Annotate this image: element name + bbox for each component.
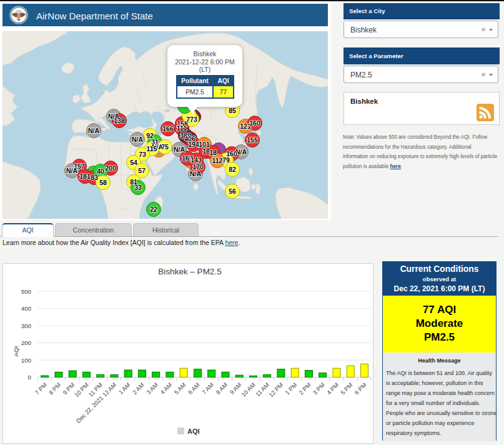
svg-text:138: 138: [114, 117, 125, 124]
svg-text:AQI: AQI: [187, 428, 200, 435]
svg-text:2 AM: 2 AM: [131, 381, 146, 396]
svg-text:170: 170: [192, 163, 204, 171]
svg-text:6 PM: 6 PM: [353, 381, 368, 396]
svg-text:194: 194: [188, 141, 199, 148]
svg-text:6 AM: 6 AM: [187, 381, 201, 396]
svg-text:33: 33: [134, 184, 142, 191]
svg-text:112: 112: [212, 157, 223, 164]
svg-text:40: 40: [97, 168, 104, 175]
svg-text:N/A: N/A: [66, 167, 78, 174]
svg-text:10 PM: 10 PM: [73, 381, 90, 398]
svg-text:2 PM: 2 PM: [297, 381, 312, 396]
svg-text:143: 143: [190, 156, 202, 164]
svg-text:8 PM: 8 PM: [47, 381, 62, 396]
svg-text:166: 166: [162, 125, 174, 132]
svg-text:54: 54: [130, 159, 137, 166]
svg-text:4 PM: 4 PM: [325, 381, 340, 396]
svg-text:73: 73: [139, 151, 146, 158]
svg-text:200: 200: [105, 164, 116, 172]
svg-text:115: 115: [147, 145, 157, 152]
svg-text:181: 181: [79, 172, 91, 180]
svg-text:5 PM: 5 PM: [339, 381, 354, 396]
svg-text:N/A: N/A: [190, 170, 202, 178]
svg-text:N/A: N/A: [132, 136, 144, 143]
svg-text:18: 18: [209, 149, 217, 156]
svg-text:5 AM: 5 AM: [173, 381, 187, 396]
svg-text:4 AM: 4 AM: [159, 381, 173, 396]
svg-text:200: 200: [21, 339, 32, 346]
svg-text:773: 773: [186, 116, 197, 123]
svg-text:58: 58: [99, 179, 107, 186]
svg-text:11 AM: 11 AM: [254, 381, 270, 398]
svg-text:7 AM: 7 AM: [200, 381, 215, 396]
svg-text:85: 85: [229, 107, 236, 114]
svg-text:82: 82: [229, 166, 236, 173]
svg-text:300: 300: [21, 322, 32, 329]
svg-text:3 AM: 3 AM: [145, 381, 159, 396]
svg-text:500: 500: [21, 288, 32, 295]
svg-text:155: 155: [247, 136, 258, 144]
svg-text:56: 56: [229, 188, 236, 195]
svg-text:N/A: N/A: [174, 146, 185, 153]
svg-text:3 PM: 3 PM: [312, 381, 327, 396]
svg-text:100: 100: [21, 357, 32, 364]
svg-text:57: 57: [138, 167, 146, 174]
svg-text:12 PM: 12 PM: [267, 381, 284, 398]
svg-text:1 AM: 1 AM: [117, 381, 132, 396]
svg-text:8 AM: 8 AM: [214, 381, 229, 396]
svg-text:1 PM: 1 PM: [284, 381, 299, 396]
svg-text:75: 75: [161, 143, 169, 151]
svg-text:AQI: AQI: [12, 346, 19, 357]
svg-text:22: 22: [150, 206, 157, 213]
svg-text:Bishkek – PM2.5: Bishkek – PM2.5: [158, 267, 221, 276]
svg-text:400: 400: [21, 305, 32, 312]
svg-text:10 AM: 10 AM: [240, 381, 257, 398]
svg-text:160: 160: [249, 119, 260, 127]
svg-text:7 PM: 7 PM: [34, 381, 49, 396]
svg-text:N/A: N/A: [88, 127, 100, 134]
svg-text:0: 0: [28, 374, 32, 381]
svg-text:111: 111: [177, 124, 187, 132]
svg-text:79: 79: [222, 156, 230, 164]
